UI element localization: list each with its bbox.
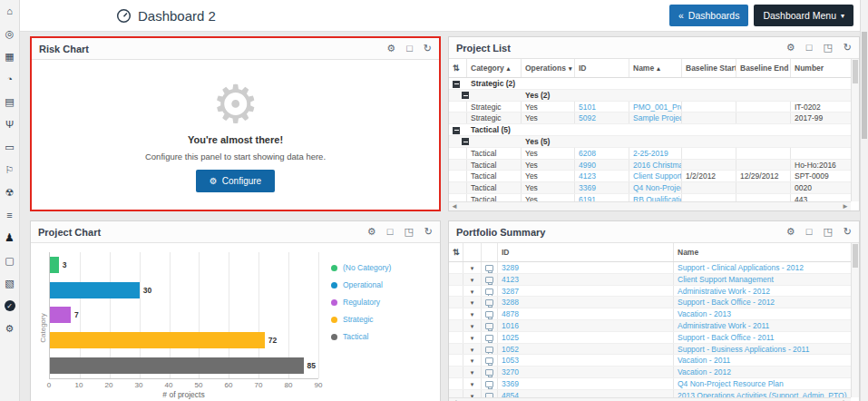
portfolio-id-link[interactable]: 3287 xyxy=(502,287,519,296)
dashboards-button[interactable]: « Dashboards xyxy=(669,5,748,26)
maximize-icon[interactable]: □ xyxy=(387,227,394,237)
table-row[interactable]: Tactical Yes 4990 2016 Christmas Cha... … xyxy=(449,160,851,171)
portfolio-name-link[interactable]: Administrative Work - 2012 xyxy=(678,287,770,296)
column-header[interactable]: Operations▾ xyxy=(522,59,575,77)
portfolio-name-link[interactable]: Support - Clinical Applications - 2012 xyxy=(678,263,804,272)
project-name-link[interactable]: Client Support Mana... xyxy=(633,171,682,181)
collapse-icon[interactable] xyxy=(462,92,469,99)
table-row[interactable]: ▾ 4854 2013 Operations Activities (Suppo… xyxy=(449,390,851,397)
project-name-link[interactable]: PMO_001_Project1 xyxy=(633,103,682,112)
scroll-right-icon[interactable]: ► xyxy=(842,203,849,210)
maximize-icon[interactable]: □ xyxy=(806,43,813,53)
row-menu-caret-icon[interactable]: ▾ xyxy=(471,357,474,364)
row-menu-caret-icon[interactable]: ▾ xyxy=(471,299,474,306)
note-icon[interactable]: ▢ xyxy=(3,253,17,268)
table-row[interactable]: Strategic Yes 5092 Sample Project 1 2017… xyxy=(449,112,851,124)
project-name-link[interactable]: 2-25-2019 xyxy=(633,149,668,158)
table-row[interactable]: ▾ 4123 Client Support Management xyxy=(449,274,851,286)
project-id-link[interactable]: 4123 xyxy=(579,171,596,181)
report-chart-icon[interactable]: ▦ xyxy=(3,49,17,64)
collapse-icon[interactable] xyxy=(462,138,469,145)
table-row[interactable]: Tactical Yes 4123 Client Support Mana...… xyxy=(449,171,851,182)
export-icon[interactable]: ◳ xyxy=(823,43,832,53)
export-icon[interactable]: ◳ xyxy=(823,227,832,237)
column-header[interactable]: Baseline End Date xyxy=(736,59,791,77)
project-id-link[interactable]: 5092 xyxy=(579,113,596,122)
table-row[interactable]: ▾ 4878 Vacation - 2013 xyxy=(449,308,851,320)
column-header[interactable]: ID xyxy=(498,243,674,261)
list-icon[interactable]: ≡ xyxy=(3,208,17,222)
portfolio-name-link[interactable]: Vacation - 2012 xyxy=(678,367,731,377)
portfolio-id-link[interactable]: 4123 xyxy=(502,275,519,284)
legend-item[interactable]: Strategic xyxy=(331,315,434,324)
portfolio-name-link[interactable]: Vacation - 2011 xyxy=(678,356,730,365)
folder-icon[interactable]: ▭ xyxy=(3,140,17,154)
table-row[interactable]: Strategic Yes 5101 PMO_001_Project1 IT-0… xyxy=(449,102,851,113)
table-row[interactable]: ▾ 3270 Vacation - 2012 xyxy=(449,367,851,378)
portfolio-name-link[interactable]: Vacation - 2013 xyxy=(678,309,731,318)
table-row[interactable]: ▾ 3369 Q4 Non-Project Resource Plan xyxy=(449,378,851,390)
settings-icon[interactable]: ⚙ xyxy=(386,44,395,54)
horizontal-scrollbar[interactable]: ◄ ► xyxy=(449,397,851,401)
portfolio-name-link[interactable]: Q4 Non-Project Resource Plan xyxy=(678,379,784,388)
portfolio-name-link[interactable]: Support - Back Office - 2012 xyxy=(678,298,775,307)
scrollbar-thumb[interactable] xyxy=(853,244,858,268)
refresh-icon[interactable]: ↻ xyxy=(424,227,433,237)
portfolio-name-link[interactable]: Support - Back Office - 2011 xyxy=(678,333,774,342)
vertical-scrollbar[interactable] xyxy=(851,59,859,201)
portfolio-id-link[interactable]: 1016 xyxy=(502,321,519,330)
flag-icon[interactable]: ⚐ xyxy=(3,162,17,177)
settings-icon[interactable]: ⚙ xyxy=(786,227,795,237)
portfolio-id-link[interactable]: 1025 xyxy=(502,333,519,342)
row-menu-caret-icon[interactable]: ▾ xyxy=(471,265,474,271)
portfolio-id-link[interactable]: 1053 xyxy=(502,356,519,365)
row-menu-caret-icon[interactable]: ▾ xyxy=(471,277,474,283)
portfolio-id-link[interactable]: 3369 xyxy=(502,379,519,388)
column-header[interactable]: Name▴ xyxy=(629,59,682,77)
refresh-icon[interactable]: ↻ xyxy=(424,44,432,54)
portfolio-id-link[interactable]: 3289 xyxy=(502,263,519,272)
document-icon[interactable]: ▤ xyxy=(3,94,17,109)
project-id-link[interactable]: 6208 xyxy=(579,149,596,158)
configure-button[interactable]: ⚙ Configure xyxy=(196,170,275,192)
table-row[interactable]: ▾ 3289 Support - Clinical Applications -… xyxy=(449,262,851,274)
portfolio-id-link[interactable]: 4854 xyxy=(502,391,519,397)
project-id-link[interactable]: 5101 xyxy=(579,103,596,112)
table-row[interactable]: ▾ 1052 Support - Business Applications -… xyxy=(449,344,851,356)
row-menu-caret-icon[interactable]: ▾ xyxy=(471,289,474,295)
pin-icon[interactable]: ◎ xyxy=(3,26,17,41)
scrollbar-thumb[interactable] xyxy=(862,32,867,139)
legend-item[interactable]: (No Category) xyxy=(331,263,434,272)
portfolio-chart-icon[interactable]: ▧ xyxy=(3,276,17,290)
export-icon[interactable]: ◳ xyxy=(404,227,413,237)
table-row[interactable]: Tactical Yes 3369 Q4 Non-Project Res... … xyxy=(449,182,851,194)
table-row[interactable]: Tactical Yes 6191 RB Qualification Test … xyxy=(449,194,851,201)
column-header[interactable]: Baseline Start Date xyxy=(682,59,736,77)
project-name-link[interactable]: 2016 Christmas Cha... xyxy=(633,161,682,170)
project-name-link[interactable]: RB Qualification Test xyxy=(633,195,682,201)
table-row[interactable]: ▾ 1016 Administrative Work - 2011 xyxy=(449,320,851,332)
column-header[interactable]: Name xyxy=(674,243,851,261)
tree-icon[interactable]: ⇅ xyxy=(453,64,460,73)
portfolio-name-link[interactable]: Client Support Management xyxy=(678,275,774,284)
column-header[interactable]: ID xyxy=(575,59,629,77)
refresh-icon[interactable]: ↻ xyxy=(844,43,852,53)
portfolio-id-link[interactable]: 3270 xyxy=(502,367,519,377)
row-menu-caret-icon[interactable]: ▾ xyxy=(471,347,474,353)
project-id-link[interactable]: 3369 xyxy=(579,183,596,192)
table-row[interactable]: ▾ 3287 Administrative Work - 2012 xyxy=(449,286,851,298)
user-icon[interactable]: ♟ xyxy=(3,230,17,245)
scrollbar-thumb[interactable] xyxy=(853,60,858,83)
legend-item[interactable]: Tactical xyxy=(331,332,434,341)
portfolio-id-link[interactable]: 1052 xyxy=(502,345,519,354)
radiation-icon[interactable]: ☢ xyxy=(3,185,17,200)
project-name-link[interactable]: Q4 Non-Project Res... xyxy=(633,183,682,192)
portfolio-id-link[interactable]: 4878 xyxy=(502,309,519,318)
settings-icon[interactable]: ⚙ xyxy=(786,43,795,53)
legend-item[interactable]: Operational xyxy=(331,280,434,289)
row-menu-caret-icon[interactable]: ▾ xyxy=(471,369,474,376)
gear-icon[interactable]: ⚙ xyxy=(3,321,17,336)
collapse-icon[interactable] xyxy=(453,81,460,88)
portfolio-name-link[interactable]: 2013 Operations Activities (Support, Adm… xyxy=(678,391,846,397)
tree-icon[interactable]: ⇅ xyxy=(453,248,460,257)
